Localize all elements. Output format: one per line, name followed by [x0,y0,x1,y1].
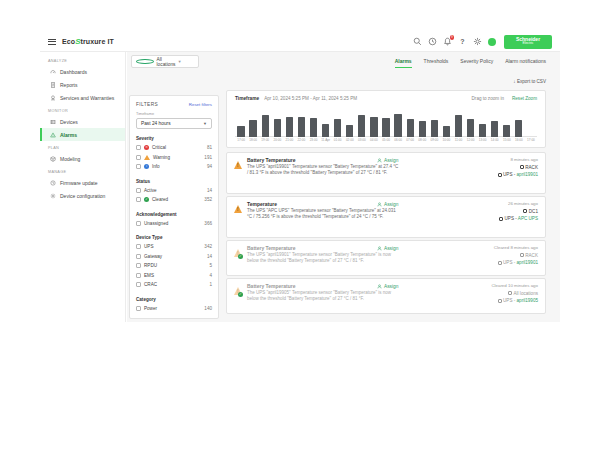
alarm-location[interactable]: All locations [491,291,538,296]
chart-bar [286,117,293,137]
reset-filters-link[interactable]: Reset filters [189,102,212,107]
filter-option-rpdu[interactable]: RPDU5 [136,261,212,271]
chart-bar [431,120,438,137]
device-link[interactable]: APC UPS [518,216,538,221]
alarm-frequency-chart[interactable]: 17:0018:0019:0020:0021:0022:0023:0011 Ap… [235,107,537,143]
tab-alarms[interactable]: Alarms [395,58,412,68]
alarm-device: UPS - APC UPS [499,216,538,221]
location-selector[interactable]: All locations ▾ [131,55,199,68]
chart-bar [407,119,414,137]
chart-bar [419,121,426,137]
assign-button[interactable]: Assign [377,202,398,207]
filter-group-device-type: Device Type [136,235,212,240]
cleared-check-icon: ✓ [144,197,149,202]
alarm-location[interactable]: DC1 [499,209,538,214]
tab-alarm-notifications[interactable]: Alarm notifications [505,58,546,68]
settings-gear-icon[interactable] [473,37,482,46]
ups-device-icon [498,173,502,177]
alarm-device: UPS - april19905 [491,298,538,303]
location-selector-value: All locations [157,57,176,67]
checkbox[interactable] [136,188,141,193]
location-icon [508,291,512,295]
filter-option-info[interactable]: iInfo94 [136,162,212,172]
checkbox[interactable] [136,306,141,311]
alarm-row-3[interactable]: ✓ Battery Temperature The UPS "april1990… [226,240,546,276]
tab-thresholds[interactable]: Thresholds [424,58,449,68]
filter-option-power[interactable]: Power140 [136,304,212,314]
drag-to-zoom-hint: Drag to zoom in [472,96,504,101]
firmware-clock-icon [50,180,56,186]
filter-option-crac[interactable]: CRAC1 [136,280,212,290]
tab-severity-policy[interactable]: Severity Policy [460,58,493,68]
checkbox[interactable] [136,273,141,278]
checkbox[interactable] [136,221,141,226]
chart-bar [491,121,498,137]
sidebar-item-services-warranties[interactable]: Services and Warranties [40,91,125,104]
main-content: All locations ▾ Alarms Thresholds Severi… [127,52,560,322]
sidebar-item-devices[interactable]: Devices [40,115,125,128]
alarm-row-4[interactable]: ✓ Battery Temperature The UPS "april1990… [226,278,546,314]
alarm-location[interactable]: RACK [494,253,538,258]
timeframe-title: Timeframe [235,96,259,101]
schneider-electric-logo: Schneider Electric [504,35,552,49]
user-avatar[interactable] [488,38,496,46]
timeframe-dropdown[interactable]: Past 24 hours ▼ [136,118,212,129]
chevron-down-icon: ▼ [203,121,207,126]
report-document-icon [50,82,56,88]
device-link[interactable]: april19901 [517,172,538,177]
assign-button[interactable]: Assign [377,284,398,289]
x-axis-tick-label: 17:00 [519,138,543,142]
assign-button[interactable]: Assign [377,246,398,251]
history-clock-icon[interactable] [428,37,437,46]
reset-zoom-link[interactable]: Reset Zoom [512,96,537,101]
alarm-row-2[interactable]: Temperature The UPS "APC UPS" Temperatur… [226,196,546,238]
alarm-row-1[interactable]: Battery Temperature The UPS "april19901"… [226,152,546,194]
ups-device-icon [498,261,502,265]
checkbox[interactable] [136,254,141,259]
chart-bar [515,120,522,137]
chart-bar [382,118,389,137]
search-icon[interactable] [413,37,422,46]
help-icon[interactable]: ? [458,37,467,46]
assign-button[interactable]: Assign [377,158,398,163]
checkbox[interactable] [136,145,141,150]
location-icon [523,209,527,213]
notifications-bell-icon[interactable]: 9 [443,37,452,46]
filter-option-active[interactable]: Active14 [136,186,212,196]
filter-option-unassigned[interactable]: Unassigned366 [136,219,212,229]
export-csv-button[interactable]: ↓ Export to CSV [513,79,546,84]
hamburger-menu-icon[interactable] [48,39,56,45]
checkbox[interactable] [136,263,141,268]
globe-icon [136,59,154,64]
sidebar-item-dashboards[interactable]: Dashboards [40,65,125,78]
warning-icon [234,205,242,213]
sidebar-item-reports[interactable]: Reports [40,78,125,91]
device-link[interactable]: april19905 [517,298,538,303]
sidebar-item-device-configuration[interactable]: Device configuration [40,189,125,202]
filter-option-warning[interactable]: Warning191 [136,153,212,163]
filter-option-cleared[interactable]: ✓Cleared352 [136,195,212,205]
alarm-location[interactable]: RACK [498,165,539,170]
filter-option-ems[interactable]: EMS4 [136,271,212,281]
filter-option-ups[interactable]: UPS342 [136,242,212,252]
sidebar-item-modeling[interactable]: Modeling [40,152,125,165]
checkbox[interactable] [136,197,141,202]
sidebar-item-firmware-update[interactable]: Firmware update [40,176,125,189]
sidebar-item-alarms[interactable]: Alarms [40,128,125,141]
checkbox[interactable] [136,155,141,160]
chart-bar [455,115,462,137]
device-link[interactable]: april19901 [517,260,538,265]
filter-option-critical[interactable]: ✕Critical81 [136,143,212,153]
alarm-time: 26 minutes ago [499,201,538,206]
chart-bar [274,119,281,137]
filter-option-gateway[interactable]: Gateway14 [136,252,212,262]
checkbox[interactable] [136,244,141,249]
checkbox[interactable] [136,164,141,169]
location-icon [520,253,524,257]
checkbox[interactable] [136,282,141,287]
chart-bar [262,115,269,137]
filter-group-category: Category [136,297,212,302]
filters-title: FILTERS [136,102,158,107]
alarm-tabs: Alarms Thresholds Severity Policy Alarm … [395,58,546,68]
person-icon [377,202,382,207]
